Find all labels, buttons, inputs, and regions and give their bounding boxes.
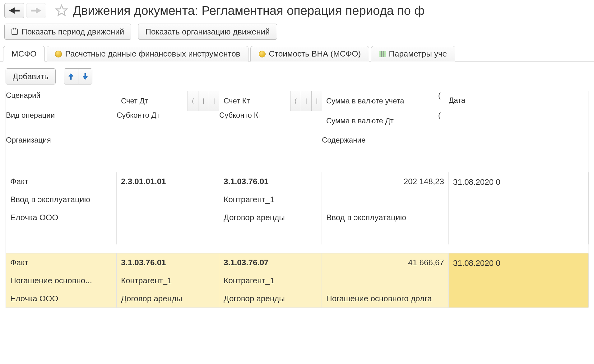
col-org[interactable]: Организация: [6, 131, 117, 171]
move-buttons: [64, 68, 92, 84]
tab-label: Стоимость ВНА (МСФО): [269, 49, 361, 59]
button-label: Показать период движений: [21, 27, 124, 37]
add-button[interactable]: Добавить: [6, 68, 56, 84]
cell-amount: 202 148,23: [322, 172, 449, 190]
cell-org: Елочка ООО: [6, 208, 117, 226]
arrow-up-icon: [67, 72, 74, 80]
coin-icon: [55, 51, 62, 57]
tabs: МСФО Расчетные данные финансовых инструм…: [0, 46, 594, 61]
cell-sub-kt: Контрагент_1: [219, 190, 322, 208]
cell-amount-dt: [322, 271, 449, 289]
col-descr[interactable]: Содержание: [322, 131, 449, 171]
move-down-button[interactable]: [78, 68, 92, 84]
nav-back-button[interactable]: [4, 3, 24, 18]
calendar-icon: [12, 29, 18, 35]
mini-col[interactable]: (: [188, 91, 198, 111]
cell-sub-dt2: [117, 208, 219, 226]
table-row[interactable]: Факт 2.3.01.01.01 3.1.03.76.01 202 148,2…: [6, 171, 588, 253]
col-empty: [117, 131, 219, 151]
mini-col[interactable]: |: [301, 91, 311, 111]
tab-content: Добавить Сценарий Счет Дт (: [0, 61, 594, 308]
tab-label: МСФО: [12, 49, 36, 59]
page-title: Движения документа: Регламентная операци…: [73, 4, 425, 18]
tab-accounting-params[interactable]: Параметры уче: [371, 46, 455, 61]
col-label: Сумма в валюте Дт: [322, 111, 438, 131]
mini-col[interactable]: (: [438, 111, 449, 131]
cell-empty: [322, 226, 449, 244]
data-grid: Сценарий Счет Дт ( | | Счет Кт ( | |: [6, 91, 588, 308]
tab-label: Параметры уче: [389, 49, 447, 59]
col-scenario[interactable]: Сценарий: [6, 91, 117, 111]
col-sub-dt[interactable]: Субконто Дт: [117, 111, 219, 131]
cell-empty: [219, 226, 322, 244]
cell-date: 31.08.2020 0: [449, 253, 589, 307]
col-label: Счет Дт: [117, 91, 188, 111]
move-up-button[interactable]: [64, 68, 78, 84]
page-header: Движения документа: Регламентная операци…: [0, 0, 594, 24]
col-sub-kt[interactable]: Субконто Кт: [219, 111, 322, 131]
cell-amount-dt: [322, 190, 449, 208]
tab-label: Расчетные данные финансовых инструментов: [65, 49, 240, 59]
nav-forward-button[interactable]: [26, 3, 46, 18]
cell-descr: Погашение основного долга: [322, 289, 449, 307]
col-empty: [219, 131, 322, 151]
cell-amount: 41 666,67: [322, 253, 449, 271]
col-amount-dt[interactable]: Сумма в валюте Дт (: [322, 111, 449, 131]
cell-descr: Ввод в эксплуатацию: [322, 208, 449, 226]
mini-col[interactable]: (: [290, 91, 301, 111]
cell-op-type: Погашение основно...: [6, 271, 117, 289]
col-label: Сумма в валюте учета: [322, 91, 438, 111]
cell-empty: [6, 226, 117, 244]
col-dt[interactable]: Счет Дт ( | |: [117, 91, 219, 111]
grid-header: Сценарий Счет Дт ( | | Счет Кт ( | |: [6, 91, 588, 171]
cell-sub-dt: Контрагент_1: [117, 271, 219, 289]
table-icon: [379, 51, 386, 57]
cell-sub-kt2: Договор аренды: [219, 208, 322, 226]
cell-sub-kt: Контрагент_1: [219, 271, 322, 289]
cell-sub-dt2: Договор аренды: [117, 289, 219, 307]
action-bar: Показать период движений Показать органи…: [0, 24, 594, 46]
col-date[interactable]: Дата: [449, 91, 589, 171]
mini-col[interactable]: |: [311, 91, 322, 111]
col-empty: [117, 151, 219, 171]
cell-sub-dt: [117, 190, 219, 208]
cell-scenario: Факт: [6, 253, 117, 271]
cell-date: 31.08.2020 0: [449, 172, 589, 244]
mini-col[interactable]: |: [198, 91, 209, 111]
col-empty: [219, 151, 322, 171]
cell-kt: 3.1.03.76.01: [219, 172, 322, 190]
tab-vna-cost[interactable]: Стоимость ВНА (МСФО): [250, 46, 369, 61]
cell-sub-kt2: Договор аренды: [219, 289, 322, 307]
tab-msfo[interactable]: МСФО: [3, 46, 45, 61]
cell-org: Елочка ООО: [6, 289, 117, 307]
show-org-button[interactable]: Показать организацию движений: [138, 24, 277, 40]
col-label: Счет Кт: [219, 91, 290, 111]
mini-col[interactable]: |: [209, 91, 219, 111]
col-op-type[interactable]: Вид операции: [6, 111, 117, 131]
col-kt[interactable]: Счет Кт ( | |: [219, 91, 322, 111]
coin-icon: [259, 51, 266, 57]
cell-dt: 3.1.03.76.01: [117, 253, 219, 271]
mini-col[interactable]: (: [438, 91, 449, 111]
show-period-button[interactable]: Показать период движений: [4, 24, 131, 40]
favorite-star-icon[interactable]: [54, 3, 69, 18]
table-row[interactable]: Факт 3.1.03.76.01 3.1.03.76.07 41 666,67…: [6, 253, 588, 308]
cell-dt: 2.3.01.01.01: [117, 172, 219, 190]
cell-kt: 3.1.03.76.07: [219, 253, 322, 271]
svg-marker-0: [56, 5, 67, 16]
button-label: Показать организацию движений: [145, 27, 270, 37]
table-toolbar: Добавить: [6, 68, 588, 84]
tab-fin-instruments[interactable]: Расчетные данные финансовых инструментов: [47, 46, 248, 61]
col-amount[interactable]: Сумма в валюте учета (: [322, 91, 449, 111]
cell-op-type: Ввод в эксплуатацию: [6, 190, 117, 208]
cell-scenario: Факт: [6, 172, 117, 190]
cell-empty: [117, 226, 219, 244]
button-label: Добавить: [13, 72, 49, 81]
arrow-down-icon: [82, 72, 89, 80]
